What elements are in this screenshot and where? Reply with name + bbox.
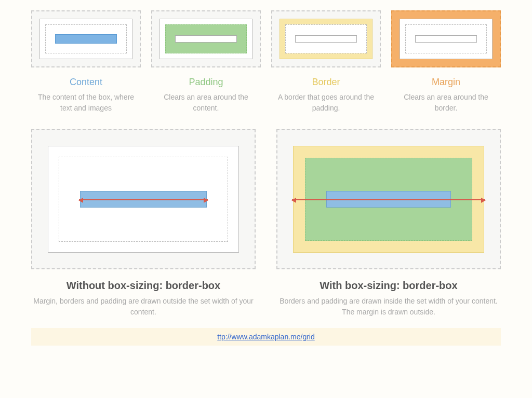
margin-desc: Clears an area around the border.	[391, 92, 501, 114]
border-desc: A border that goes around the padding.	[271, 92, 381, 114]
padding-desc: Clears an area around the content.	[151, 92, 261, 114]
card-content: Content The content of the box, where te…	[31, 10, 141, 114]
card-border: Border A border that goes around the pad…	[271, 10, 381, 114]
with-desc: Borders and padding are drawn inside the…	[276, 296, 501, 318]
without-box-sizing-diagram	[31, 129, 256, 269]
card-padding: Padding Clears an area around the conten…	[151, 10, 261, 114]
content-diagram	[31, 10, 141, 67]
without-box-sizing-card: Without box-sizing: border-box Margin, b…	[31, 129, 256, 318]
border-diagram	[271, 10, 381, 67]
source-link[interactable]: ttp://www.adamkaplan.me/grid	[217, 333, 315, 341]
padding-diagram	[151, 10, 261, 67]
with-title: With box-sizing: border-box	[276, 280, 501, 292]
margin-diagram	[391, 10, 501, 67]
with-box-sizing-card: With box-sizing: border-box Borders and …	[276, 129, 501, 318]
padding-title: Padding	[151, 77, 261, 88]
without-title: Without box-sizing: border-box	[31, 280, 256, 292]
footer: ttp://www.adamkaplan.me/grid	[31, 328, 501, 346]
content-desc: The content of the box, where text and i…	[31, 92, 141, 114]
with-box-sizing-diagram	[276, 129, 501, 269]
without-desc: Margin, borders and padding are drawn ou…	[31, 296, 256, 318]
border-title: Border	[271, 77, 381, 88]
box-model-parts-row: Content The content of the box, where te…	[31, 10, 501, 114]
width-arrow-icon	[79, 199, 208, 200]
box-sizing-comparison-row: Without box-sizing: border-box Margin, b…	[31, 129, 501, 318]
margin-title: Margin	[391, 77, 501, 88]
card-margin: Margin Clears an area around the border.	[391, 10, 501, 114]
content-title: Content	[31, 77, 141, 88]
width-arrow-icon	[292, 199, 485, 200]
